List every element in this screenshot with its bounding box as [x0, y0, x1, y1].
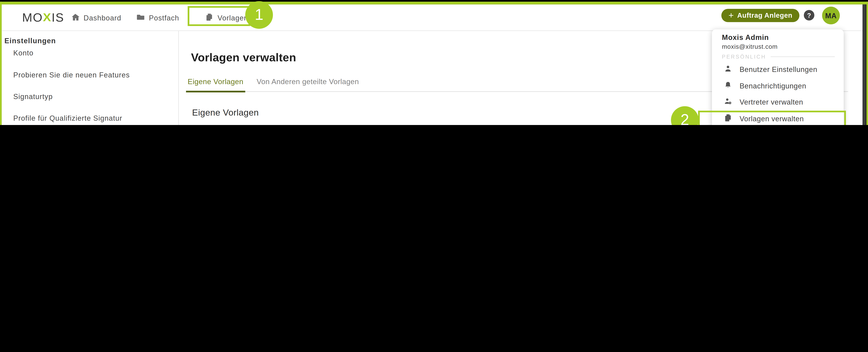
user-email: moxis@xitrust.com: [722, 43, 778, 50]
person-icon: [723, 64, 732, 75]
person-clock-icon: [723, 97, 732, 107]
menu-item-benutzer-einstellungen[interactable]: Benutzer Einstellungen: [712, 61, 844, 77]
tab-label: Von Anderen geteilte Vorlagen: [257, 77, 359, 86]
settings-sidebar: Einstellungen Konto Probieren Sie die ne…: [2, 31, 179, 125]
logo-text: IS: [52, 10, 64, 25]
annotation-box-vorlagen-nav: [188, 6, 250, 26]
create-order-button[interactable]: + Auftrag Anlegen: [721, 9, 800, 22]
user-name: Moxis Admin: [722, 33, 769, 41]
green-frame-left: [0, 2, 2, 125]
green-frame-right: [866, 2, 868, 125]
nav-item-dashboard[interactable]: Dashboard: [71, 4, 121, 31]
annotation-number: 1: [255, 6, 264, 24]
sidebar-items: Konto Probieren Sie die neuen Features S…: [2, 42, 179, 125]
annotation-step-1: 1: [245, 1, 273, 29]
page-title: Vorlagen verwalten: [191, 51, 296, 64]
sidebar-item-konto[interactable]: Konto: [2, 42, 179, 64]
page-content: MOXIS Dashboard Postfach Vorlagen: [2, 4, 863, 125]
logo-x-glyph: X: [43, 11, 52, 24]
section-heading: Eigene Vorlagen: [192, 108, 259, 118]
nav-item-label: Dashboard: [84, 13, 121, 22]
section-divider: [771, 56, 835, 57]
section-label: PERSÖNLICH: [722, 54, 766, 60]
tab-eigene-vorlagen[interactable]: Eigene Vorlagen: [186, 77, 245, 92]
sidebar-item-neue-features[interactable]: Probieren Sie die neuen Features: [2, 64, 179, 86]
logo-text: MO: [22, 10, 43, 25]
annotation-box-vorlagen-menu: [698, 110, 846, 125]
sidebar-item-label: Probieren Sie die neuen Features: [13, 70, 130, 79]
create-order-label: Auftrag Anlegen: [737, 11, 793, 19]
tab-geteilte-vorlagen[interactable]: Von Anderen geteilte Vorlagen: [255, 77, 361, 91]
folder-icon: [136, 12, 145, 23]
tab-label: Eigene Vorlagen: [188, 77, 243, 86]
menu-section-personal: PERSÖNLICH: [722, 54, 835, 60]
user-avatar[interactable]: MA: [822, 7, 840, 24]
sidebar-item-signaturtyp[interactable]: Signaturtyp: [2, 86, 179, 107]
bell-icon: [723, 81, 732, 91]
menu-item-label: Vertreter verwalten: [740, 98, 803, 106]
nav-item-label: Postfach: [149, 13, 179, 22]
top-navbar: MOXIS Dashboard Postfach Vorlagen: [2, 4, 863, 31]
nav-item-postfach[interactable]: Postfach: [136, 4, 179, 31]
menu-item-label: Benachrichtigungen: [740, 82, 806, 90]
sidebar-item-label: Signaturtyp: [13, 92, 53, 101]
moxis-logo[interactable]: MOXIS: [22, 4, 64, 31]
sidebar-item-label: Profile für Qualifizierte Signatur: [13, 114, 122, 123]
menu-item-benachrichtigungen[interactable]: Benachrichtigungen: [712, 78, 844, 94]
sidebar-item-profile-qualifizierte[interactable]: Profile für Qualifizierte Signatur: [2, 107, 179, 125]
annotation-number: 2: [680, 111, 689, 125]
sidebar-item-label: Konto: [13, 49, 34, 57]
help-glyph: ?: [807, 12, 811, 19]
help-icon[interactable]: ?: [804, 10, 814, 21]
moxis-app-screenshot: MOXIS Dashboard Postfach Vorlagen: [0, 0, 868, 125]
browser-scrollbar[interactable]: [863, 4, 866, 125]
menu-item-label: Benutzer Einstellungen: [740, 65, 817, 74]
green-frame-top: [0, 2, 868, 4]
avatar-initials: MA: [825, 11, 837, 20]
plus-icon: +: [728, 11, 734, 20]
menu-item-vertreter-verwalten[interactable]: Vertreter verwalten: [712, 94, 844, 110]
home-icon: [71, 12, 80, 23]
